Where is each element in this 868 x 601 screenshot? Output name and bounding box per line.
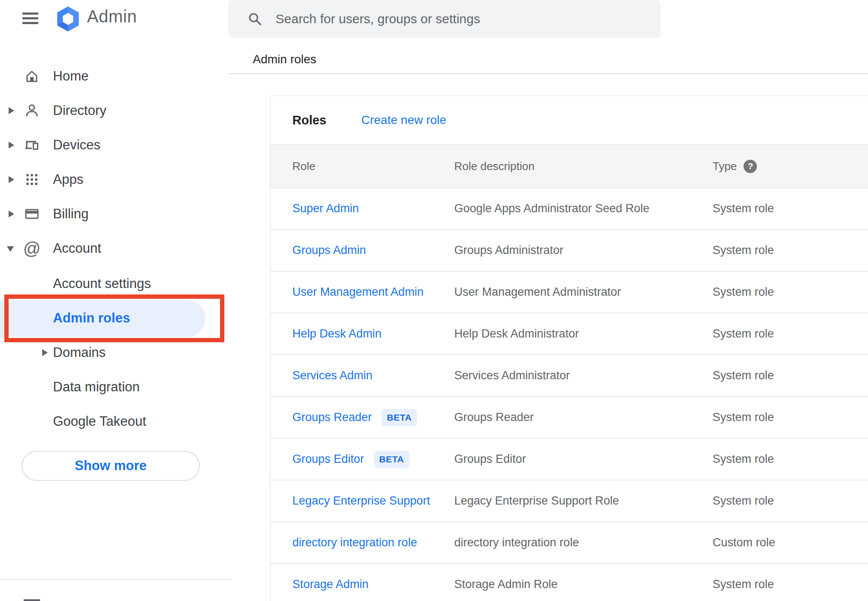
roles-card-header: Roles Create new role [270,96,868,144]
table-row: Storage Admin Storage Admin Role System … [270,564,868,601]
table-row: Help Desk Admin Help Desk Administrator … [270,313,868,355]
sidebar-item-home[interactable]: Home [0,64,232,88]
table-row: Services Admin Services Administrator Sy… [270,355,868,397]
table-row: Groups Reader BETA Groups Reader System … [270,397,868,439]
table-row: Super Admin Google Apps Administrator Se… [270,188,868,230]
person-icon [24,103,40,118]
sidebar-item-admin-roles[interactable]: Admin roles [0,306,232,330]
table-row: Groups Editor BETA Groups Editor System … [270,439,868,480]
help-icon[interactable]: ? [744,160,757,173]
column-header-role: Role [292,160,315,173]
role-link[interactable]: Super Admin [292,202,359,215]
sidebar-item-data-migration[interactable]: Data migration [0,375,232,399]
breadcrumb-divider [228,73,868,74]
credit-card-icon [24,206,40,222]
role-link[interactable]: Groups Editor BETA [292,451,409,468]
home-icon [24,68,40,84]
beta-badge: BETA [381,409,418,426]
role-link[interactable]: User Management Admin [292,285,424,299]
expand-arrow-icon[interactable] [9,107,14,114]
role-link[interactable]: Storage Admin [292,578,369,591]
app-title: Admin [87,7,137,26]
admin-hexagon-logo [55,6,81,32]
table-header-row: Role Role description Type ? [270,144,868,188]
table-row: Legacy Enterprise Support Legacy Enterpr… [270,480,868,522]
sidebar-item-account-settings[interactable]: Account settings [0,272,232,296]
page-title: Roles [292,113,326,127]
breadcrumb: Admin roles [253,53,316,66]
at-sign-icon: @ [24,241,40,256]
role-link[interactable]: directory integration role [292,536,417,549]
role-link[interactable]: Legacy Enterprise Support [292,494,430,508]
column-header-description: Role description [454,160,534,173]
role-link[interactable]: Help Desk Admin [292,327,381,341]
show-more-button[interactable]: Show more [22,451,200,481]
create-new-role-link[interactable]: Create new role [361,113,446,127]
role-link[interactable]: Groups Reader BETA [292,409,417,426]
search-icon [247,11,263,27]
collapse-arrow-icon[interactable] [7,246,14,252]
sidebar-item-google-takeout[interactable]: Google Takeout [0,409,232,434]
sidebar-divider [0,579,232,580]
sidebar-item-directory[interactable]: Directory [0,99,232,123]
role-link[interactable]: Groups Admin [292,244,366,257]
expand-arrow-icon[interactable] [9,176,14,183]
devices-icon [24,137,40,153]
beta-badge: BETA [374,451,410,468]
sidebar-item-devices[interactable]: Devices [0,133,232,157]
table-row: User Management Admin User Management Ad… [270,272,868,313]
role-link[interactable]: Services Admin [292,369,372,382]
column-header-type: Type ? [713,160,757,173]
search-input[interactable] [276,12,646,26]
sidebar-item-domains[interactable]: Domains [0,341,232,365]
hamburger-menu-icon[interactable] [22,12,38,24]
table-row: directory integration role directory int… [270,522,868,564]
sidebar-item-apps[interactable]: Apps [0,167,232,192]
expand-arrow-icon[interactable] [9,142,14,149]
apps-grid-icon [24,172,40,187]
search-bar [228,0,660,38]
clipped-icon-fragment [24,599,40,601]
sidebar-item-billing[interactable]: Billing [0,202,232,226]
google-admin-console: Admin Admin roles Home Directory [0,0,868,601]
table-row: Groups Admin Groups Administrator System… [270,230,868,272]
sidebar-item-account[interactable]: @ Account [0,236,232,260]
expand-arrow-icon[interactable] [9,211,14,217]
expand-arrow-icon[interactable] [42,349,48,356]
roles-card: Roles Create new role Role Role descript… [270,96,868,601]
